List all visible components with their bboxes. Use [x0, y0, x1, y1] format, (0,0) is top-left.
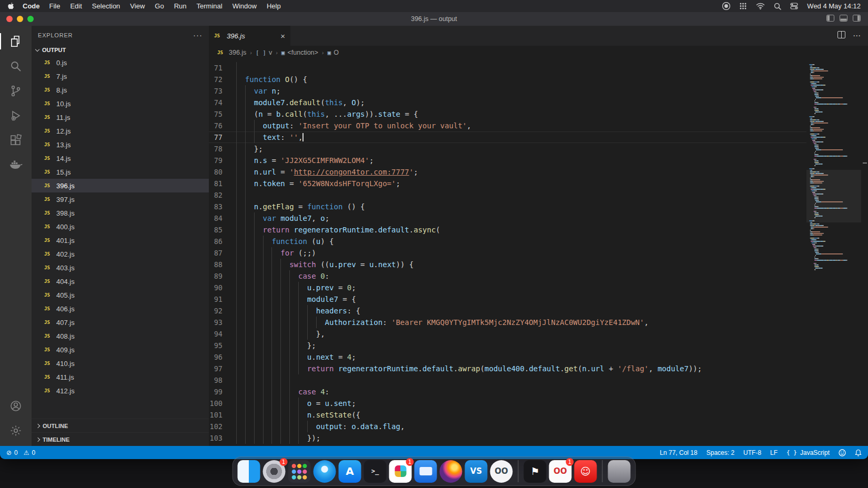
- code-line[interactable]: 76 output: 'Insert your OTP to unlock yo…: [209, 120, 806, 131]
- line-number[interactable]: 76: [209, 120, 236, 131]
- encoding-status[interactable]: UTF-8: [743, 449, 761, 456]
- split-editor-icon[interactable]: [837, 31, 845, 40]
- file-item-408.js[interactable]: JS408.js: [32, 329, 209, 343]
- code-line[interactable]: 73 var n;: [209, 85, 806, 97]
- close-tab-icon[interactable]: ×: [280, 32, 285, 40]
- line-number[interactable]: 95: [209, 340, 236, 351]
- file-item-15.js[interactable]: JS15.js: [32, 165, 209, 179]
- siri-icon[interactable]: [722, 2, 730, 10]
- code-line[interactable]: 78 };: [209, 143, 806, 155]
- code-line[interactable]: 94 },: [209, 328, 806, 340]
- section-output[interactable]: OUTPUT: [32, 44, 209, 56]
- line-number[interactable]: 92: [209, 305, 236, 317]
- dock-icon-zap[interactable]: ⚑: [524, 460, 547, 483]
- code-line[interactable]: 83 n.getFlag = function () {: [209, 201, 806, 212]
- spotlight-search-icon[interactable]: [774, 3, 781, 10]
- activity-source-control[interactable]: [0, 78, 32, 103]
- line-number[interactable]: 74: [209, 97, 236, 108]
- file-item-411.js[interactable]: JS411.js: [32, 370, 209, 384]
- activity-settings[interactable]: [0, 418, 32, 443]
- code-line[interactable]: 98: [209, 374, 806, 386]
- file-item-412.js[interactable]: JS412.js: [32, 384, 209, 398]
- line-number[interactable]: 91: [209, 293, 236, 305]
- file-item-403.js[interactable]: JS403.js: [32, 261, 209, 274]
- minimap[interactable]: [806, 59, 861, 449]
- language-status[interactable]: { } JavaScript: [786, 449, 830, 456]
- code-line[interactable]: 85 return regeneratorRuntime.default.asy…: [209, 224, 806, 236]
- feedback-smiley-icon[interactable]: [839, 449, 846, 456]
- cursor-position-status[interactable]: Ln 77, Col 18: [660, 449, 697, 456]
- tab-396js[interactable]: JS 396.js ×: [209, 26, 290, 46]
- code-line[interactable]: 87 for (;;): [209, 247, 806, 259]
- dock-icon-safari[interactable]: [314, 460, 336, 483]
- file-item-10.js[interactable]: JS10.js: [32, 97, 209, 110]
- activity-run-debug[interactable]: [0, 103, 32, 128]
- section-timeline[interactable]: TIMELINE: [32, 432, 209, 446]
- active-app-name[interactable]: Code: [23, 2, 40, 10]
- code-line[interactable]: 81 n.token = '652W8NxdsHFTorqLXgo=';: [209, 178, 806, 189]
- line-number[interactable]: 83: [209, 201, 236, 212]
- code-line[interactable]: 74 module7.default(this, O);: [209, 97, 806, 108]
- code-line[interactable]: 77 text: '',: [209, 131, 806, 143]
- dock-icon-launchpad[interactable]: [288, 460, 311, 483]
- code-line[interactable]: 86 function (u) {: [209, 236, 806, 247]
- section-outline[interactable]: OUTLINE: [32, 419, 209, 432]
- code-line[interactable]: 96 u.next = 4;: [209, 351, 806, 363]
- line-number[interactable]: 102: [209, 421, 236, 432]
- line-number[interactable]: 71: [209, 62, 236, 74]
- minimap-container[interactable]: [806, 59, 861, 446]
- code-line[interactable]: 79 n.s = 'JJ2XG5CIMFRWW2LOM4';: [209, 155, 806, 166]
- line-number[interactable]: 73: [209, 85, 236, 97]
- file-item-11.js[interactable]: JS11.js: [32, 110, 209, 124]
- code-line[interactable]: 103 });: [209, 432, 806, 444]
- menu-go[interactable]: Go: [155, 2, 164, 10]
- menu-terminal[interactable]: Terminal: [197, 2, 223, 10]
- line-number[interactable]: 96: [209, 351, 236, 363]
- notifications-bell-icon[interactable]: [855, 449, 862, 456]
- code-line[interactable]: 99 case 4:: [209, 386, 806, 398]
- window-titlebar[interactable]: 396.js — output: [0, 12, 868, 26]
- dock-icon-app-store[interactable]: A: [339, 460, 361, 483]
- dock-icon-trash[interactable]: [608, 460, 631, 483]
- file-item-7.js[interactable]: JS7.js: [32, 69, 209, 83]
- file-item-397.js[interactable]: JS397.js: [32, 192, 209, 206]
- menu-run[interactable]: Run: [174, 2, 187, 10]
- code-line[interactable]: 101 n.setState({: [209, 409, 806, 421]
- code-line[interactable]: 92 headers: {: [209, 305, 806, 317]
- menu-edit[interactable]: Edit: [70, 2, 82, 10]
- wifi-icon[interactable]: [756, 3, 765, 9]
- line-number[interactable]: 72: [209, 74, 236, 85]
- dock-icon-app-oo[interactable]: OO: [490, 460, 513, 483]
- code-line[interactable]: 90 u.prev = 0;: [209, 282, 806, 293]
- dock-icon-settings[interactable]: 1: [263, 460, 286, 483]
- activity-search[interactable]: [0, 54, 32, 78]
- keyboard-grid-icon[interactable]: [739, 2, 747, 10]
- overview-ruler[interactable]: [861, 59, 868, 446]
- line-number[interactable]: 89: [209, 270, 236, 282]
- line-number[interactable]: 98: [209, 374, 236, 386]
- file-item-406.js[interactable]: JS406.js: [32, 302, 209, 316]
- file-item-12.js[interactable]: JS12.js: [32, 124, 209, 138]
- activity-extensions[interactable]: [0, 128, 32, 152]
- code-area[interactable]: 7172 function O() {73 var n;74 module7.d…: [209, 59, 806, 446]
- explorer-more-actions-icon[interactable]: ···: [193, 30, 203, 39]
- code-line[interactable]: 80 n.url = 'http://congon4tor.com:7777';: [209, 166, 806, 178]
- breadcrumb-item[interactable]: [ ]v: [256, 49, 272, 56]
- file-item-407.js[interactable]: JS407.js: [32, 316, 209, 329]
- file-item-396.js[interactable]: JS396.js: [32, 179, 209, 192]
- minimize-window-button[interactable]: [17, 16, 23, 22]
- activity-accounts[interactable]: [0, 393, 32, 418]
- line-number[interactable]: 90: [209, 282, 236, 293]
- line-number[interactable]: 77: [209, 131, 236, 143]
- dock-icon-vscode[interactable]: VS: [465, 460, 488, 483]
- code-line[interactable]: 93 Authorization: 'Bearer KMGQ0YTYgIMTk5…: [209, 317, 806, 328]
- code-line[interactable]: 75 (n = b.call(this, ...args)).state = {: [209, 108, 806, 120]
- zoom-window-button[interactable]: [27, 16, 34, 22]
- dock-icon-firefox[interactable]: [440, 460, 462, 483]
- dock-icon-slack[interactable]: 1: [389, 460, 412, 483]
- file-item-14.js[interactable]: JS14.js: [32, 151, 209, 165]
- file-item-0.js[interactable]: JS0.js: [32, 56, 209, 69]
- dock-icon-terminal[interactable]: >_: [364, 460, 387, 483]
- code-line[interactable]: 100 o = u.sent;: [209, 398, 806, 409]
- file-item-401.js[interactable]: JS401.js: [32, 233, 209, 247]
